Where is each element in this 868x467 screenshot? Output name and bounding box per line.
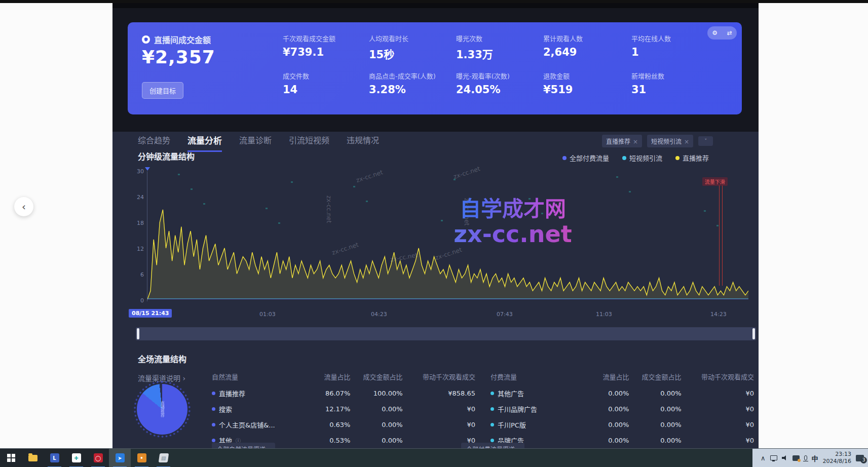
row-share: 0.00% (577, 405, 629, 413)
legend-item-shortvideo[interactable]: 短视频引流 (622, 153, 662, 163)
taskbar-app-notepad[interactable]: ▤ (153, 449, 174, 467)
minute-section-title: 分钟级流量结构 (138, 150, 195, 162)
legend-label: 全部付费流量 (570, 153, 609, 163)
taskbar-app-blue-l[interactable]: L (44, 449, 65, 467)
y-tick: 18 (129, 220, 144, 226)
swap-icon[interactable]: ⇄ (727, 29, 732, 36)
slider-handle-right[interactable] (752, 328, 755, 339)
row-share: 0.63% (298, 421, 350, 429)
tab-short-video[interactable]: 引流短视频 (289, 134, 329, 152)
desktop-screen: ‹ 直播间成交金额 ¥2,357 创建目标 千次观看成交金额 ¥739.1 人均… (0, 0, 868, 467)
main-metric-value: ¥2,357 (142, 47, 215, 67)
chart-legend: 全部付费流量 短视频引流 直播推荐 (562, 153, 709, 163)
app-tile-icon: • (137, 453, 146, 462)
metric-cell: 曝光-观看率(次数) 24.05% (456, 71, 542, 96)
taskbar-app-browser-active[interactable]: ➤ (109, 449, 131, 467)
table-row[interactable]: 直播推荐 86.07% 100.00% ¥858.65 (212, 388, 475, 398)
app-tile-icon: ➤ (116, 453, 125, 462)
tab-overall-trend[interactable]: 综合趋势 (138, 134, 170, 152)
y-tick: 24 (129, 194, 144, 201)
chip-label: 直播推荐 (606, 138, 630, 145)
x-tick: 07:43 (497, 311, 513, 318)
microphone-icon[interactable] (804, 455, 807, 460)
row-gmv-share: 0.00% (629, 437, 681, 444)
row-bullet (212, 407, 215, 411)
tab-traffic-diagnosis[interactable]: 流量诊断 (239, 134, 272, 152)
legend-item-paid[interactable]: 全部付费流量 (562, 153, 609, 163)
back-button[interactable]: ‹ (14, 197, 33, 216)
tab-traffic-analysis[interactable]: 流量分析 (187, 134, 222, 152)
red-marker-badge: 流量下滑 (702, 177, 728, 186)
chip-close-icon[interactable]: × (633, 138, 638, 145)
all-natural-channels-link[interactable]: 全部自然流量渠道 › (212, 443, 275, 448)
traffic-donut-chart[interactable]: 直播推荐 (137, 384, 187, 435)
y-tick: 30 (129, 168, 144, 175)
chip-live-recommend[interactable]: 直播推荐× (602, 135, 642, 147)
col-header: 带动千次观看成交 (403, 372, 475, 381)
table-row[interactable]: 品牌广告 0.00% 0.00% ¥0 (490, 436, 754, 445)
natural-traffic-table: 自然流量 流量占比 成交金额占比 带动千次观看成交 直播推荐 86.07% 10… (212, 372, 475, 448)
tab-violations[interactable]: 违规情况 (347, 134, 379, 152)
speaker-icon[interactable] (782, 455, 788, 460)
row-gmv-share: 0.00% (629, 421, 681, 429)
row-bullet (212, 392, 215, 395)
row-share: 0.53% (298, 437, 350, 444)
chip-short-video[interactable]: 短视频引流× (647, 135, 693, 147)
row-gmv-share: 0.00% (629, 390, 681, 397)
notification-center-icon[interactable]: 3 (856, 455, 864, 461)
red-marker-line (719, 185, 720, 286)
metric-cell: 曝光次数 1.33万 (456, 33, 542, 61)
folder-icon (28, 455, 37, 461)
table-row[interactable]: 其他广告 0.00% 0.00% ¥0 (490, 388, 754, 398)
metric-cell: 退款金额 ¥519 (543, 71, 629, 96)
file-explorer-icon[interactable] (22, 449, 44, 467)
taskbar-app-teal[interactable]: ✚ (65, 449, 87, 467)
clock-date: 2024/8/16 (823, 458, 851, 465)
network-icon[interactable] (770, 455, 777, 460)
y-tick: 0 (129, 297, 144, 304)
dashboard-video-frame: 直播间成交金额 ¥2,357 创建目标 千次观看成交金额 ¥739.1 人均观看… (112, 3, 759, 448)
x-tick-selected[interactable]: 08/15 21:43 (129, 309, 172, 318)
app-tile-icon: L (50, 453, 59, 462)
row-share: 0.00% (577, 437, 629, 444)
chip-dropdown-icon[interactable]: ˅ (698, 136, 713, 146)
row-per-mille: ¥0 (403, 421, 475, 429)
notification-badge: 3 (860, 457, 867, 463)
legend-dot-yellow (675, 156, 680, 160)
video-top-bar (112, 3, 759, 8)
slider-handle-left[interactable] (137, 328, 139, 339)
gear-icon[interactable]: ⚙ (712, 29, 718, 36)
tab-bar: 综合趋势 流量分析 流量诊断 引流短视频 违规情况 (138, 134, 379, 152)
row-per-mille: ¥0 (682, 437, 754, 444)
table-row[interactable]: 千川PC版 0.00% 0.00% ¥0 (490, 420, 754, 430)
taskbar-app-red[interactable]: ◯ (87, 449, 109, 467)
kpi-banner: 直播间成交金额 ¥2,357 创建目标 千次观看成交金额 ¥739.1 人均观看… (128, 22, 742, 114)
snip-tool-icon[interactable] (792, 455, 800, 461)
main-metric-label-text: 直播间成交金额 (154, 33, 211, 46)
tray-chevron-icon[interactable]: ∧ (761, 454, 766, 462)
all-paid-channels-link[interactable]: 全部付费流量渠道 › (461, 443, 524, 448)
taskbar-app-orange[interactable]: • (131, 449, 153, 467)
banner-toolbar[interactable]: ⚙ ⇄ (707, 26, 737, 40)
x-tick: 01:03 (259, 311, 276, 318)
row-per-mille: ¥0 (682, 405, 754, 413)
main-metric-label: 直播间成交金额 (142, 33, 211, 46)
create-goal-button[interactable]: 创建目标 (142, 82, 183, 99)
table-row[interactable]: 搜索 12.17% 0.00% ¥0 (212, 404, 475, 414)
row-bullet (490, 439, 494, 442)
row-name: 其他广告 (498, 388, 524, 398)
chip-close-icon[interactable]: × (684, 138, 689, 145)
legend-dot-cyan (622, 156, 626, 160)
ime-indicator[interactable]: 中 (812, 453, 818, 463)
full-section-title: 全场流量结构 (138, 353, 186, 365)
table-row[interactable]: 个人主页&店铺&... 0.63% 0.00% ¥0 (212, 420, 475, 430)
row-share: 86.07% (298, 390, 350, 397)
legend-item-live[interactable]: 直播推荐 (675, 153, 709, 163)
minute-traffic-chart[interactable]: 30 24 18 12 6 0 流量下滑 08/15 21:43 01:03 0… (147, 171, 750, 301)
row-per-mille: ¥0 (682, 421, 754, 429)
x-tick: 11:03 (596, 311, 612, 318)
chart-range-slider[interactable] (136, 327, 756, 340)
table-row[interactable]: 千川品牌广告 0.00% 0.00% ¥0 (490, 404, 754, 414)
clock[interactable]: 23:13 2024/8/16 (823, 451, 851, 465)
start-button[interactable] (0, 449, 22, 467)
